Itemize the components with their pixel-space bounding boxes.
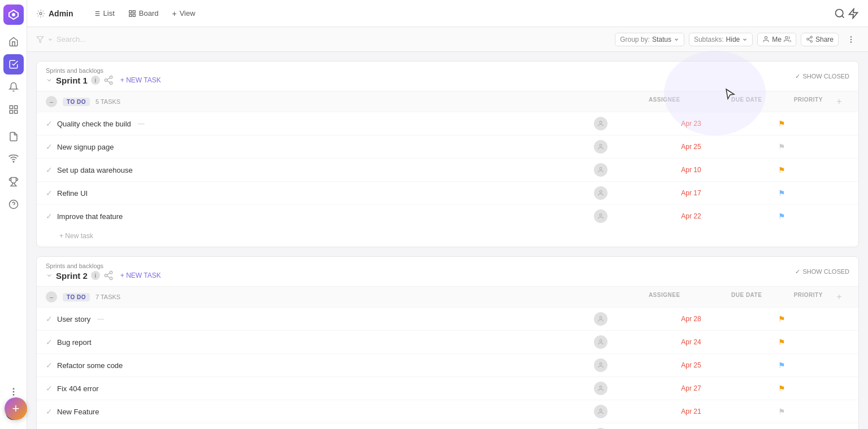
sprint2-todo-badge: TO DO — [63, 293, 90, 301]
assignee-avatar[interactable] — [594, 312, 607, 326]
task-row[interactable]: ✓ Bug report Apr 24 ⚑ — [37, 330, 858, 353]
sprint1-info-icon[interactable]: i — [91, 76, 100, 85]
sprint1-new-task-button[interactable]: + NEW TASK — [117, 75, 164, 85]
sidebar-item-tasks[interactable] — [3, 54, 24, 75]
assignee-cell — [555, 358, 646, 372]
share-button[interactable]: Share — [801, 33, 839, 46]
me-button[interactable]: Me — [757, 33, 796, 46]
sprint1-task-list: ✓ Quality check the build — Apr 23 ⚑ ✓ N… — [37, 112, 858, 227]
assignee-cell — [555, 335, 646, 349]
chevron-down-icon[interactable] — [46, 77, 53, 84]
assignee-avatar[interactable] — [594, 186, 607, 200]
fab-button[interactable]: + — [5, 397, 27, 420]
due-date: Apr 21 — [646, 408, 736, 415]
priority-cell: ⚑ — [736, 189, 827, 198]
svg-point-1 — [12, 13, 15, 16]
assignee-cell — [555, 186, 646, 200]
assignee-cell — [555, 140, 646, 154]
task-name: ✓ Quality check the build — — [46, 119, 555, 128]
sidebar-item-doc[interactable] — [3, 126, 24, 147]
task-row[interactable]: ✓ New Feature Apr 21 ⚑ — [37, 400, 858, 423]
svg-marker-25 — [849, 8, 858, 18]
sprint2-share-icon[interactable] — [103, 270, 114, 281]
priority-cell: ⚑ — [736, 119, 827, 128]
svg-point-36 — [850, 42, 851, 42]
svg-point-47 — [110, 272, 112, 274]
assignee-avatar[interactable] — [594, 163, 607, 177]
admin-title[interactable]: Admin — [36, 9, 73, 18]
sidebar-item-help[interactable] — [3, 194, 24, 214]
svg-line-33 — [809, 38, 811, 39]
svg-point-46 — [600, 214, 602, 216]
due-date: Apr 27 — [646, 384, 736, 392]
sidebar-item-home[interactable] — [3, 32, 24, 52]
chevron-down-icon[interactable] — [46, 272, 53, 279]
sprint1-task-count: 5 TASKS — [96, 98, 120, 105]
sprint1-share-icon[interactable] — [103, 75, 114, 85]
svg-point-39 — [110, 82, 112, 85]
lightning-icon[interactable] — [848, 8, 859, 19]
svg-point-43 — [600, 145, 602, 147]
assignee-avatar[interactable] — [594, 335, 607, 349]
task-row[interactable]: ✓ Fix 404 error Apr 27 ⚑ — [37, 377, 858, 400]
search-box[interactable]: Search... — [36, 35, 86, 43]
sprint2-header: Sprints and backlogs Sprint 2 i + NEW TA… — [37, 257, 858, 286]
group-by-button[interactable]: Group by: Status — [615, 33, 684, 46]
search-icon[interactable] — [834, 8, 845, 19]
task-row[interactable]: ✓ User story — Apr 28 ⚑ — [37, 307, 858, 330]
assignee-avatar[interactable] — [594, 117, 607, 130]
svg-point-28 — [785, 37, 788, 39]
svg-point-38 — [105, 79, 107, 82]
sidebar-item-grid[interactable] — [3, 99, 24, 120]
admin-icon — [36, 9, 45, 18]
sprint1-todo-group: – TO DO 5 TASKS ASSIGNEE DUE DATE PRIORI… — [37, 91, 858, 112]
task-row[interactable]: ✓ New signup page Apr 25 ⚑ — [37, 135, 858, 158]
svg-point-12 — [40, 12, 42, 15]
svg-point-29 — [810, 36, 812, 38]
task-row[interactable]: ✓ Set up data warehouse Apr 10 ⚑ — [37, 158, 858, 181]
sidebar-item-signal[interactable] — [3, 149, 24, 169]
sidebar-item-trophy[interactable] — [3, 172, 24, 192]
svg-point-53 — [600, 340, 602, 342]
nav-list[interactable]: List — [87, 6, 120, 20]
assignee-avatar[interactable] — [594, 382, 607, 395]
svg-line-40 — [107, 81, 110, 82]
toolbar-right: Group by: Status Subtasks: Hide Me Share — [615, 32, 859, 47]
sprint2-show-closed[interactable]: ✓ SHOW CLOSED — [795, 268, 849, 275]
col-header-due-date: DUE DATE — [705, 97, 787, 107]
subtasks-button[interactable]: Subtasks: Hide — [689, 33, 753, 46]
app-logo[interactable] — [3, 5, 24, 25]
sprint1-collapse-button[interactable]: – — [46, 96, 57, 107]
more-options-button[interactable] — [843, 32, 859, 47]
col-add2[interactable]: + — [829, 292, 849, 302]
nav-view[interactable]: + View — [167, 6, 201, 21]
svg-point-11 — [13, 395, 14, 396]
svg-rect-4 — [14, 111, 17, 113]
assignee-avatar[interactable] — [594, 358, 607, 372]
user-icon — [762, 36, 770, 43]
sprint1-section-label: Sprints and backlogs — [46, 67, 791, 74]
sidebar-item-notifications[interactable] — [3, 77, 24, 97]
priority-cell: ⚑ — [736, 165, 827, 174]
task-row[interactable]: ✓ Improve that feature Apr 22 ⚑ — [37, 204, 858, 227]
sprint2-new-task-button[interactable]: + NEW TASK — [117, 270, 164, 281]
col-header-assignee: ASSIGNEE — [623, 97, 705, 107]
task-row[interactable]: ✓ Redesign frontend Apr 29 ⚑ — [37, 423, 858, 429]
col-add[interactable]: + — [829, 97, 849, 107]
nav-board[interactable]: Board — [123, 6, 164, 20]
task-check-icon: ✓ — [46, 361, 53, 370]
sprint2-collapse-button[interactable]: – — [46, 291, 57, 303]
filter-icon — [36, 36, 44, 43]
sprint1-show-closed[interactable]: ✓ SHOW CLOSED — [795, 73, 849, 80]
assignee-avatar[interactable] — [594, 405, 607, 418]
assignee-avatar[interactable] — [594, 140, 607, 154]
task-row[interactable]: ✓ Quality check the build — Apr 23 ⚑ — [37, 112, 858, 135]
sidebar: C — [0, 0, 27, 429]
task-row[interactable]: ✓ Refactor some code Apr 25 ⚑ — [37, 353, 858, 377]
svg-rect-22 — [129, 14, 132, 16]
assignee-avatar[interactable] — [594, 209, 607, 223]
task-row[interactable]: ✓ Refine UI Apr 17 ⚑ — [37, 181, 858, 204]
task-check-icon: ✓ — [46, 338, 53, 347]
sprint1-add-task-row[interactable]: + New task — [37, 227, 858, 247]
sprint2-info-icon[interactable]: i — [91, 271, 100, 280]
